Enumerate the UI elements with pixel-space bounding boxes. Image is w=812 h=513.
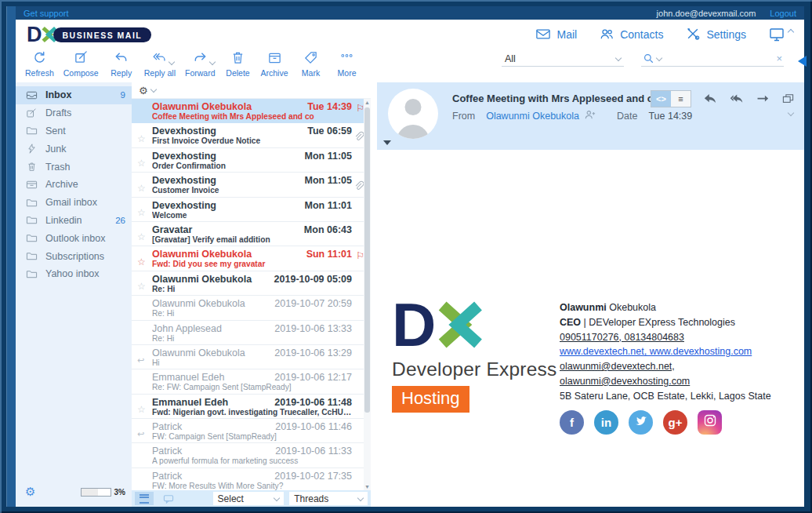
star-icon[interactable]: ☆ xyxy=(137,257,146,267)
toolbar-button-refresh[interactable]: Refresh xyxy=(25,51,54,78)
sidebar-item-gmail-inbox[interactable]: Gmail inbox xyxy=(16,194,132,212)
toolbar-button-reply[interactable]: Reply xyxy=(108,51,135,78)
reply-button[interactable] xyxy=(704,93,717,104)
message-row[interactable]: ☆ ↩ Emmanuel Edeh 2019-10-06 12:17 Re: F… xyxy=(132,369,371,394)
trash-icon xyxy=(26,162,38,173)
facebook-icon[interactable]: f xyxy=(560,410,584,435)
select-dropdown[interactable]: Select xyxy=(213,492,285,505)
sidebar-item-linkedin[interactable]: Linkedin 26 xyxy=(16,212,132,230)
message-row[interactable]: ☆ ↩ Olawunmi Okebukola 2019-10-06 13:29 … xyxy=(132,345,371,369)
message-row[interactable]: ☆ ↩ Gravatar Mon 06:43 [Gravatar] Verify… xyxy=(132,222,371,246)
chevron-down-icon[interactable] xyxy=(209,59,216,65)
search-box: × xyxy=(641,51,784,67)
search-scope-select[interactable]: All xyxy=(502,52,624,67)
reply-all-button[interactable] xyxy=(730,93,743,104)
forward-button[interactable] xyxy=(756,93,769,104)
replyall-icon xyxy=(152,50,167,68)
toolbar-button-forward[interactable]: Forward xyxy=(185,51,216,78)
toolbar-button-more[interactable]: More xyxy=(334,51,361,78)
message-row[interactable]: ☆ ↩ Olawunmi Okebukola 2019-10-09 05:09 … xyxy=(132,271,371,296)
twitter-icon[interactable] xyxy=(629,410,653,435)
sidebar-item-outlook-inbox[interactable]: Outlook inbox xyxy=(16,229,132,247)
star-icon[interactable]: ☆ xyxy=(137,134,146,144)
open-in-window-icon[interactable] xyxy=(781,93,795,104)
mail-toolbar: Refresh Compose Reply Reply all Forward … xyxy=(16,49,804,82)
star-icon[interactable]: ☆ xyxy=(137,184,146,193)
star-icon[interactable]: ☆ xyxy=(137,232,146,242)
star-icon[interactable]: ☆ xyxy=(137,208,146,217)
nav-settings[interactable]: Settings xyxy=(685,27,746,43)
message-list: ⚙ ☆ ↩ Olawunmi Okebukola Tue 14:39 Coffe… xyxy=(132,82,371,507)
sidebar-item-subscriptions[interactable]: Subscriptions xyxy=(16,247,132,265)
expand-details-icon[interactable] xyxy=(383,140,391,145)
message-row[interactable]: ☆ ↩ Emmanuel Edeh 2019-10-06 11:48 Fwd: … xyxy=(132,395,371,419)
toolbar-button-delete[interactable]: Delete xyxy=(225,51,252,78)
toolbar-button-compose[interactable]: Compose xyxy=(63,51,99,78)
message-row[interactable]: ☆ ↩ Devexhosting Tue 06:59 First Invoice… xyxy=(132,123,371,147)
collapse-pane-icon[interactable] xyxy=(798,56,807,67)
sidebar-item-yahoo-inbox[interactable]: Yahoo inbox xyxy=(16,265,132,283)
sidebar-item-archive[interactable]: Archive xyxy=(16,176,132,194)
conversation-view-button[interactable] xyxy=(159,492,178,505)
signature-websites-link[interactable]: www.devextech.net, www.devexhosting.com xyxy=(560,344,790,359)
folder-icon xyxy=(26,233,38,244)
nav-mail[interactable]: Mail xyxy=(535,27,577,43)
get-support-link[interactable]: Get support xyxy=(24,9,68,18)
toolbar-button-archive[interactable]: Archive xyxy=(261,51,288,78)
message-row[interactable]: ☆ ↩ Devexhosting Mon 11:05 Customer Invo… xyxy=(132,173,371,197)
signature-phones-link[interactable]: 09051170276, 08134804683 xyxy=(560,330,790,345)
mail-icon xyxy=(535,27,551,43)
chevron-down-icon[interactable] xyxy=(169,59,175,65)
linkedin-icon[interactable]: in xyxy=(594,410,618,435)
scroll-down-icon[interactable]: ▼ xyxy=(364,483,371,490)
message-row[interactable]: ☆ ↩ Patrick 2019-10-02 17:35 FW: More Re… xyxy=(132,468,371,490)
list-view-button[interactable] xyxy=(135,492,154,505)
message-row[interactable]: ☆ ↩ Patrick 2019-10-06 11:33 A powerful … xyxy=(132,443,371,468)
scroll-up-icon[interactable]: ▲ xyxy=(364,99,371,106)
sidebar-item-junk[interactable]: Junk xyxy=(16,140,132,158)
signature-details: Olawunmi Okebukola CEO | DEVeloper EXpre… xyxy=(560,299,790,435)
star-icon[interactable]: ☆ xyxy=(137,282,146,291)
list-options-gear-icon[interactable]: ⚙ xyxy=(139,85,148,96)
chevron-down-icon[interactable] xyxy=(656,55,662,61)
folder-settings-gear-icon[interactable]: ⚙ xyxy=(25,485,35,499)
sidebar-item-trash[interactable]: Trash xyxy=(16,158,132,176)
text-view-toggle[interactable]: ≡ xyxy=(671,91,691,107)
message-subject: Re: Hi xyxy=(152,285,352,293)
nav-contacts[interactable]: Contacts xyxy=(599,27,663,43)
message-row[interactable]: ☆ ↩ Olawunmi Okebukola Sun 11:01 Fwd: Di… xyxy=(132,246,371,271)
clear-search-icon[interactable]: × xyxy=(776,53,782,64)
message-row[interactable]: ☆ ↩ Devexhosting Mon 11:05 Order Confirm… xyxy=(132,148,371,173)
sidebar-item-inbox[interactable]: Inbox 9 xyxy=(16,86,132,104)
add-contact-icon[interactable] xyxy=(584,109,596,122)
folder-icon xyxy=(26,215,38,226)
chevron-down-icon[interactable] xyxy=(150,86,156,93)
message-row[interactable]: ☆ ↩ Devexhosting Mon 11:01 Welcome ⚐ xyxy=(132,198,371,222)
body-line xyxy=(390,252,790,265)
threads-dropdown[interactable]: Threads xyxy=(289,492,368,505)
message-row[interactable]: ☆ ↩ Patrick 2019-10-06 11:46 FW: Campaig… xyxy=(132,419,371,443)
scrollbar-thumb[interactable] xyxy=(364,107,370,413)
toolbar-button-mark[interactable]: Mark xyxy=(298,51,324,78)
star-icon[interactable]: ☆ xyxy=(137,158,146,168)
sidebar-item-drafts[interactable]: Drafts xyxy=(16,104,132,122)
search-icon xyxy=(643,53,654,64)
message-row[interactable]: ☆ ↩ John Applesead 2019-10-06 13:33 Re: … xyxy=(132,321,371,345)
message-row[interactable]: ☆ ↩ Olawunmi Okebukola 2019-10-07 20:59 … xyxy=(132,296,371,320)
message-row[interactable]: ☆ ↩ Olawunmi Okebukola Tue 14:39 Coffee … xyxy=(132,99,371,123)
list-scrollbar[interactable]: ▲ ▼ xyxy=(364,99,371,490)
display-options-button[interactable] xyxy=(768,27,793,42)
google-plus-icon[interactable]: g+ xyxy=(663,410,687,435)
from-name-link[interactable]: Olawunmi Okebukola xyxy=(486,111,579,122)
message-sender: Patrick xyxy=(152,471,270,482)
star-icon[interactable]: ☆ xyxy=(137,405,146,414)
message-date: 2019-10-06 11:48 xyxy=(274,397,352,408)
html-view-toggle[interactable]: <> xyxy=(651,91,671,107)
instagram-icon[interactable] xyxy=(698,410,722,435)
search-input[interactable] xyxy=(665,52,776,64)
toolbar-button-reply-all[interactable]: Reply all xyxy=(144,51,176,78)
logout-link[interactable]: Logout xyxy=(770,9,796,18)
body-line xyxy=(390,198,790,212)
sidebar-item-sent[interactable]: Sent xyxy=(16,122,132,140)
signature-emails-link[interactable]: olawunmi@devextech.net, olawunmi@devexho… xyxy=(560,359,790,389)
